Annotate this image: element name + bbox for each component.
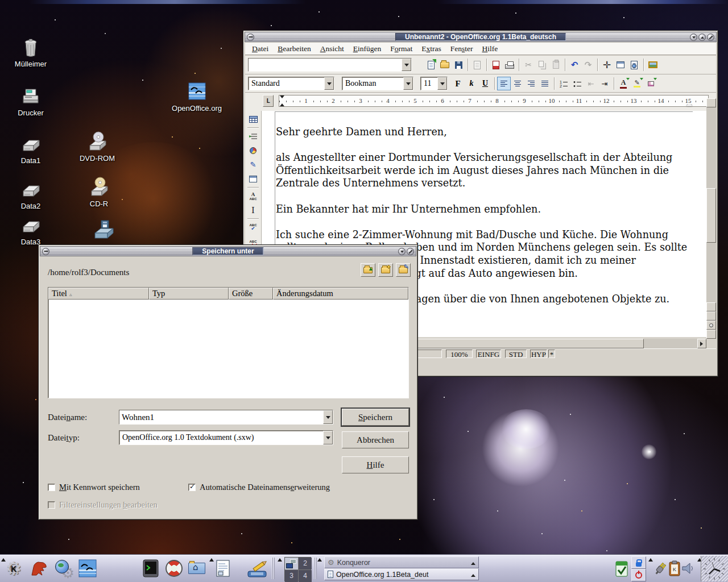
- previous-page-button[interactable]: [706, 311, 716, 321]
- close-button[interactable]: [707, 34, 714, 41]
- insert-object-button[interactable]: [246, 143, 260, 157]
- pager-desktop-1[interactable]: [285, 558, 298, 569]
- task-konqueror[interactable]: ⚙ Konqueror: [324, 556, 479, 568]
- maximize-button[interactable]: [698, 34, 706, 41]
- open-file-button[interactable]: [438, 58, 452, 72]
- document-paragraph[interactable]: [276, 215, 692, 228]
- vertical-scrollbar[interactable]: [706, 98, 716, 339]
- bullet-list-button[interactable]: [570, 77, 584, 90]
- analog-clock[interactable]: [701, 556, 728, 581]
- desktop-icon-cdr[interactable]: CD-R: [73, 175, 125, 208]
- show-draw-functions-button[interactable]: ✎: [246, 157, 260, 172]
- hyperlink-dialog-button[interactable]: [627, 58, 641, 72]
- desktop-icon-trash[interactable]: Mülleimer: [5, 35, 57, 68]
- underline-button[interactable]: U: [478, 77, 492, 90]
- column-size[interactable]: Größe: [229, 288, 273, 300]
- menu-datei[interactable]: Datei: [247, 43, 273, 55]
- font-name-dropdown[interactable]: [403, 77, 413, 90]
- insert-mode-field[interactable]: EINFG: [476, 350, 501, 358]
- auto-extension-checkbox[interactable]: ✓ Automatische Dateinamenserweiterung: [188, 483, 330, 492]
- selection-mode-field[interactable]: STD: [505, 350, 527, 358]
- desktop-icon-data3[interactable]: Data3: [5, 213, 57, 246]
- checkbox-box[interactable]: [48, 484, 55, 491]
- help-button[interactable]: Hilfe: [342, 456, 409, 473]
- paragraph-background-button[interactable]: [644, 77, 657, 90]
- menu-einfuegen[interactable]: Einfügen: [349, 43, 386, 55]
- tab-type-selector[interactable]: L: [263, 95, 274, 107]
- task-openoffice[interactable]: OpenOffice.org 1.1Beta_deut: [324, 568, 479, 580]
- export-pdf-button[interactable]: [489, 58, 503, 72]
- bold-button[interactable]: F: [451, 77, 465, 90]
- new-document-button[interactable]: [424, 58, 438, 72]
- document-launcher-button[interactable]: [212, 557, 234, 580]
- menu-format[interactable]: Format: [386, 43, 417, 55]
- ruler[interactable]: 123456789101112131415: [279, 95, 709, 107]
- hyperlink-mode-field[interactable]: HYP: [530, 350, 547, 358]
- font-size-combo[interactable]: 11: [420, 77, 448, 90]
- window-menu-button[interactable]: [247, 34, 254, 41]
- document-paragraph[interactable]: als Angestellter einer Dortmunder Versic…: [276, 151, 692, 190]
- document-paragraph[interactable]: Ein Bekannter hat mir Ihr Unternehmen em…: [276, 203, 692, 216]
- save-document-button[interactable]: [452, 58, 465, 72]
- desktop-icon-openoffice[interactable]: OpenOffice.org: [171, 80, 223, 113]
- dialog-minimize-button[interactable]: [398, 248, 406, 255]
- pager-desktop-2[interactable]: 2: [299, 558, 312, 569]
- up-one-level-button[interactable]: [361, 263, 375, 277]
- indent-marker-top[interactable]: [280, 95, 284, 101]
- default-directory-button[interactable]: ✎: [396, 263, 411, 277]
- filetype-combo[interactable]: OpenOffice.org 1.0 Textdokument (.sxw): [119, 430, 333, 445]
- font-color-button[interactable]: A: [617, 77, 630, 90]
- logout-button[interactable]: [631, 569, 646, 581]
- save-button[interactable]: Speichern: [342, 409, 409, 426]
- writer-titlebar[interactable]: Unbenannt2 - OpenOffice.org 1.1Beta_deut…: [245, 32, 717, 42]
- desktop-icon-floppy-drive[interactable]: [86, 217, 121, 241]
- insert-table-button[interactable]: [246, 112, 260, 126]
- korganizer-tray-button[interactable]: [613, 557, 630, 580]
- cancel-button[interactable]: Abbrechen: [342, 431, 409, 448]
- mozilla-button[interactable]: [27, 557, 50, 580]
- navigator-button[interactable]: ✛: [600, 58, 614, 72]
- dialog-close-button[interactable]: [407, 248, 414, 255]
- pager-desktop-3[interactable]: 3: [285, 570, 298, 582]
- numbered-list-button[interactable]: 12: [557, 77, 570, 90]
- openoffice-launcher-button[interactable]: [76, 557, 99, 580]
- save-with-password-checkbox[interactable]: Mit Kennwort speichern: [48, 483, 140, 492]
- navigation-button[interactable]: [706, 321, 716, 330]
- indent-marker-bottom[interactable]: [280, 101, 284, 106]
- desktop-icon-data1[interactable]: Data1: [5, 132, 57, 165]
- paragraph-style-combo[interactable]: Standard: [248, 77, 334, 90]
- menu-extras[interactable]: Extras: [417, 43, 446, 55]
- checkbox-box[interactable]: ✓: [188, 484, 196, 491]
- desktop-icon-printer[interactable]: Drucker: [5, 84, 57, 117]
- scroll-down-button[interactable]: [706, 302, 716, 311]
- font-size-dropdown[interactable]: [437, 77, 447, 90]
- menu-hilfe[interactable]: Hilfe: [478, 43, 503, 55]
- scroll-up-button[interactable]: [706, 98, 716, 107]
- insert-fields-button[interactable]: AABC: [246, 189, 260, 203]
- next-page-button[interactable]: [706, 330, 716, 339]
- vertical-scroll-thumb[interactable]: [706, 188, 716, 243]
- undo-button[interactable]: ↶: [568, 58, 581, 72]
- load-url-input[interactable]: [249, 59, 402, 71]
- document-paragraph[interactable]: [276, 190, 692, 203]
- file-list[interactable]: Titel▵ Typ Größe Änderungsdatum: [48, 287, 409, 398]
- volume-tray-icon[interactable]: [680, 557, 696, 580]
- gallery-button[interactable]: [646, 58, 660, 72]
- suse-help-button[interactable]: [163, 557, 185, 580]
- document-paragraph[interactable]: [276, 139, 692, 152]
- filename-combo[interactable]: [119, 410, 333, 425]
- konqueror-launcher-button[interactable]: ⚙: [52, 557, 75, 580]
- zoom-field[interactable]: 100%: [446, 350, 473, 358]
- konsole-button[interactable]: [139, 557, 162, 580]
- desktop-icon-dvdrom[interactable]: DVD-ROM: [71, 130, 123, 163]
- menu-ansicht[interactable]: Ansicht: [316, 43, 349, 55]
- insert-section-button[interactable]: [246, 129, 260, 143]
- paragraph-style-dropdown[interactable]: [324, 77, 334, 90]
- load-url-combo[interactable]: [248, 58, 412, 72]
- panel-separator[interactable]: [314, 558, 317, 579]
- font-name-combo[interactable]: Bookman: [342, 77, 413, 90]
- create-new-directory-button[interactable]: [378, 263, 393, 277]
- pager-desktop-4[interactable]: 4: [299, 570, 312, 582]
- stylist-button[interactable]: [614, 58, 627, 72]
- load-url-dropdown[interactable]: [402, 59, 411, 71]
